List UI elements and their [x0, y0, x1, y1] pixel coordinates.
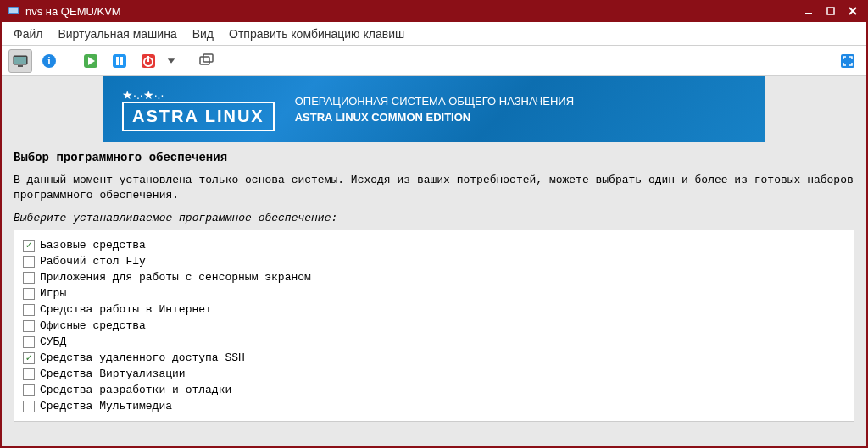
svg-rect-21 — [203, 54, 213, 62]
svg-rect-1 — [9, 8, 18, 13]
section-description: В данный момент установлена только основ… — [2, 168, 866, 212]
banner-text: ОПЕРАЦИОННАЯ СИСТЕМА ОБЩЕГО НАЗНАЧЕНИЯ A… — [295, 93, 574, 126]
software-item[interactable]: Базовые средства — [14, 237, 854, 253]
software-item[interactable]: Офисные средства — [14, 318, 854, 334]
star-icon: ★·.·★·.· — [122, 88, 164, 102]
vm-display[interactable]: ★·.·★·.· ASTRA LINUX ОПЕРАЦИОННАЯ СИСТЕМ… — [2, 76, 866, 446]
toolbar-separator — [186, 52, 186, 70]
checkbox[interactable] — [23, 368, 35, 380]
vm-window: nvs на QEMU/KVM Файл Виртуальная машина … — [0, 0, 868, 448]
pause-button[interactable] — [108, 49, 131, 73]
astra-logo: ★·.·★·.· ASTRA LINUX — [122, 88, 275, 131]
banner-line2: ASTRA LINUX COMMON EDITION — [295, 109, 574, 126]
menu-vm[interactable]: Виртуальная машина — [51, 24, 183, 44]
svg-marker-19 — [168, 58, 175, 64]
checkbox[interactable] — [23, 304, 35, 316]
svg-rect-3 — [827, 8, 834, 14]
fullscreen-button[interactable] — [836, 49, 860, 73]
checkbox[interactable] — [23, 256, 35, 268]
svg-rect-13 — [113, 54, 126, 68]
section-title: Выбор программного обеспечения — [2, 142, 866, 168]
info-button[interactable]: i — [37, 49, 61, 73]
software-item[interactable]: Средства работы в Интернет — [14, 301, 854, 318]
svg-rect-7 — [14, 57, 26, 64]
software-item[interactable]: СУБД — [14, 334, 854, 350]
software-label[interactable]: Базовые средства — [40, 239, 146, 252]
software-item[interactable]: Средства разработки и отладки — [14, 382, 854, 398]
logo-text: ASTRA LINUX — [122, 102, 275, 131]
software-item[interactable]: Игры — [14, 285, 854, 301]
software-item[interactable]: Приложения для работы с сенсорным экрано… — [14, 269, 854, 285]
console-button[interactable] — [8, 49, 32, 73]
checkbox[interactable] — [23, 401, 35, 412]
checkbox[interactable] — [23, 384, 35, 396]
software-item[interactable]: Средства удаленного доступа SSH — [14, 350, 854, 366]
checkbox[interactable] — [23, 288, 35, 300]
checkbox[interactable] — [23, 320, 35, 332]
list-header: Выберите устанавливаемое программное обе… — [2, 212, 866, 230]
svg-rect-14 — [116, 57, 119, 65]
checkbox[interactable] — [23, 272, 35, 284]
snapshot-button[interactable] — [195, 49, 219, 73]
power-button[interactable] — [136, 49, 160, 73]
checkbox[interactable] — [23, 352, 35, 364]
checkbox[interactable] — [23, 240, 35, 252]
software-label[interactable]: Средства удаленного доступа SSH — [40, 351, 245, 364]
checkbox[interactable] — [23, 336, 35, 348]
minimize-button[interactable] — [800, 3, 817, 19]
software-label[interactable]: Средства разработки и отладки — [40, 384, 231, 396]
window-controls — [800, 3, 861, 19]
software-label[interactable]: Офисные средства — [40, 319, 146, 332]
software-item[interactable]: Средства Мультимедиа — [14, 398, 854, 414]
window-title: nvs на QEMU/KVM — [25, 5, 800, 18]
app-icon — [7, 4, 20, 18]
close-button[interactable] — [844, 3, 861, 19]
power-dropdown[interactable] — [165, 49, 177, 73]
menu-send-key[interactable]: Отправить комбинацию клавиш — [222, 24, 411, 44]
menu-file[interactable]: Файл — [7, 24, 49, 44]
menubar: Файл Виртуальная машина Вид Отправить ко… — [2, 22, 866, 46]
svg-rect-15 — [120, 57, 123, 65]
titlebar: nvs на QEMU/KVM — [2, 0, 866, 22]
svg-rect-20 — [200, 57, 209, 64]
toolbar-separator — [70, 52, 70, 70]
software-label[interactable]: Средства Мультимедиа — [40, 400, 172, 412]
maximize-button[interactable] — [822, 3, 839, 19]
toolbar: i — [2, 46, 866, 76]
menu-view[interactable]: Вид — [186, 24, 220, 44]
software-label[interactable]: Средства работы в Интернет — [40, 303, 212, 316]
software-label[interactable]: СУБД — [40, 335, 66, 348]
run-button[interactable] — [79, 49, 103, 73]
svg-rect-8 — [18, 65, 23, 67]
software-item[interactable]: Рабочий стол Fly — [14, 253, 854, 269]
software-item[interactable]: Средства Виртуализации — [14, 366, 854, 382]
os-banner: ★·.·★·.· ASTRA LINUX ОПЕРАЦИОННАЯ СИСТЕМ… — [103, 76, 765, 142]
software-label[interactable]: Игры — [40, 287, 66, 300]
software-label[interactable]: Приложения для работы с сенсорным экрано… — [40, 271, 311, 284]
software-label[interactable]: Средства Виртуализации — [40, 368, 186, 380]
software-label[interactable]: Рабочий стол Fly — [40, 255, 146, 268]
software-checklist: Базовые средстваРабочий стол FlyПриложен… — [14, 230, 854, 422]
banner-line1: ОПЕРАЦИОННАЯ СИСТЕМА ОБЩЕГО НАЗНАЧЕНИЯ — [295, 93, 574, 110]
